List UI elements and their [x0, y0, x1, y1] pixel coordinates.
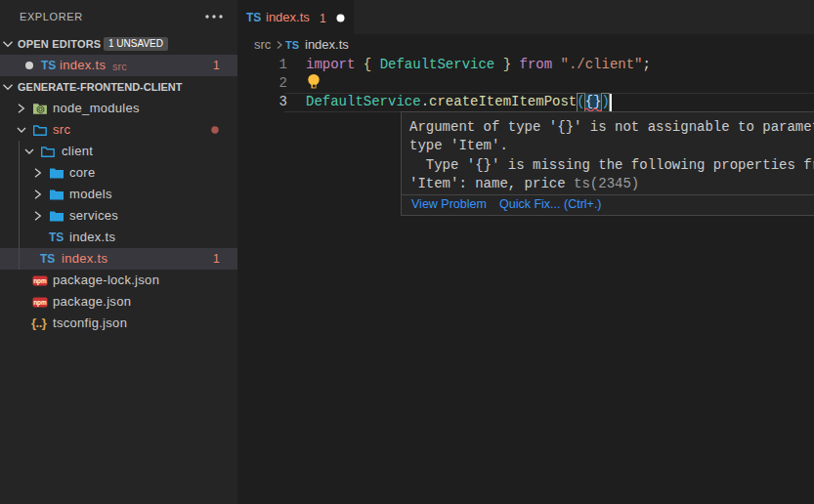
svg-text:npm: npm — [33, 299, 47, 307]
svg-text:npm: npm — [33, 277, 47, 285]
